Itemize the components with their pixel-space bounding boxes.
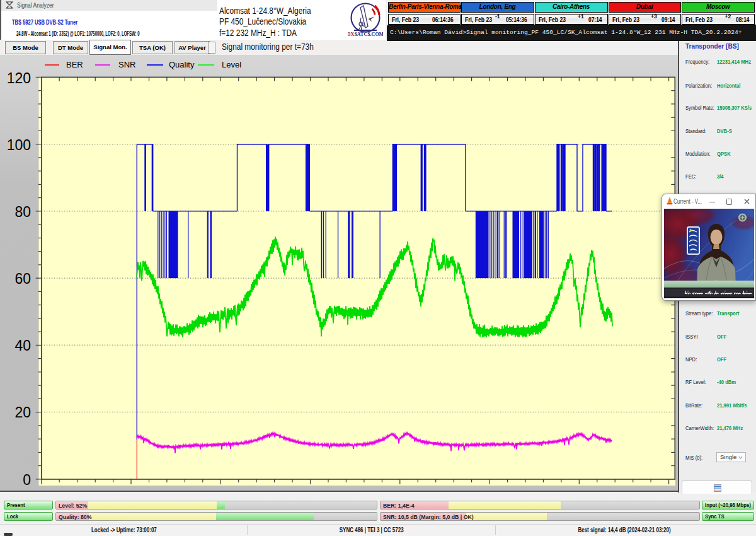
svg-text:DXSATCS.COM: DXSATCS.COM [348,32,383,37]
